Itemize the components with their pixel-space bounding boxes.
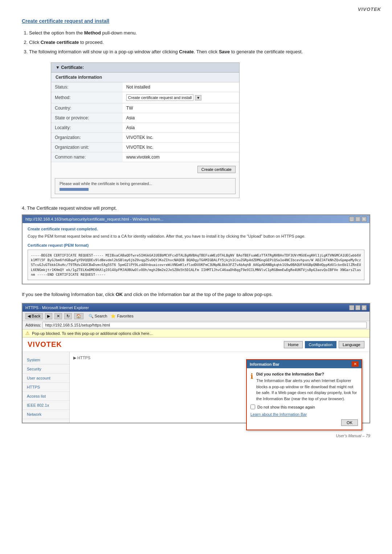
info-popup-body: ℹ Did you notice the Information Bar? Th… bbox=[247, 368, 362, 430]
sidebar-item-network[interactable]: Network bbox=[23, 410, 69, 419]
close-button[interactable]: ✕ bbox=[362, 217, 367, 222]
info-popup-description: The Information Bar alerts you when Inte… bbox=[256, 378, 358, 402]
vivotek-sidebar: System Security User account HTTPS Acces… bbox=[23, 352, 70, 423]
vivotek-page: VIVOTEK Home Configuration Language Syst… bbox=[23, 337, 369, 423]
popup-blocked-bar[interactable]: ⚠ Pop-up blocked. To see this pop-up or … bbox=[23, 329, 369, 337]
cert-field-value: Not installed bbox=[123, 82, 239, 92]
logo-otek: OTEK bbox=[40, 340, 62, 348]
step-1: Select the option from the Method pull-d… bbox=[29, 29, 370, 37]
cert-field-label: Organization unit: bbox=[51, 143, 123, 152]
progress-bar bbox=[60, 188, 89, 191]
info-popup-title: Information Bar bbox=[250, 362, 279, 366]
cert-field-label: Locality: bbox=[51, 123, 123, 133]
address-label: Address: bbox=[25, 323, 41, 327]
warning-icon: ⚠ bbox=[25, 331, 30, 336]
browser-window: HTTPS - Microsoft Internet Explorer _ □ … bbox=[22, 303, 370, 423]
info-popup-footer: OK bbox=[250, 419, 358, 426]
vivotek-main: ▶ HTTPS Information Bar ✕ ℹ Did you noti… bbox=[70, 352, 369, 423]
cert-req-titlebar: http://192.168.4.163/setup/security/cert… bbox=[23, 215, 369, 223]
cert-field-value: VIVOTEK Inc. bbox=[123, 143, 239, 152]
info-popup-titlebar: Information Bar ✕ bbox=[247, 360, 362, 368]
create-certificate-button[interactable]: Create certificate bbox=[197, 166, 236, 173]
vivotek-nav: Home Configuration Language bbox=[284, 341, 364, 348]
nav-language-button[interactable]: Language bbox=[339, 341, 364, 348]
info-popup-question: Did you notice the Information Bar? bbox=[256, 372, 358, 376]
cert-field-label: State or province: bbox=[51, 113, 123, 123]
refresh-button[interactable]: ↻ bbox=[64, 313, 72, 319]
browser-maximize-button[interactable]: □ bbox=[355, 305, 360, 310]
cert-field-value: www.vivotek.com bbox=[123, 152, 239, 162]
browser-title: HTTPS - Microsoft Internet Explorer bbox=[25, 305, 89, 310]
browser-minimize-button[interactable]: _ bbox=[349, 305, 354, 310]
maximize-button[interactable]: □ bbox=[355, 217, 360, 222]
forward-button[interactable]: ▶ bbox=[45, 313, 52, 319]
popup-blocked-text: Pop-up blocked. To see this pop-up or ad… bbox=[32, 331, 152, 336]
section-title: Create certificate request and install bbox=[22, 18, 370, 24]
certificate-request-window: http://192.168.4.163/setup/security/cert… bbox=[22, 214, 370, 284]
sidebar-item-ieee802[interactable]: IEEE 802.1x bbox=[23, 401, 69, 410]
pem-section-title: Certificate request (PEM format) bbox=[28, 243, 364, 247]
cert-field-value[interactable]: Create certificate request and install▼ bbox=[123, 92, 239, 103]
minimize-button[interactable]: _ bbox=[349, 217, 354, 222]
search-label: 🔍 Search bbox=[89, 314, 107, 319]
sidebar-item-system[interactable]: System bbox=[23, 356, 69, 365]
browser-titlebar: HTTPS - Microsoft Internet Explorer _ □ … bbox=[23, 304, 369, 312]
nav-configuration-button[interactable]: Configuration bbox=[305, 341, 336, 348]
step-3: The following information will show up i… bbox=[29, 48, 370, 56]
dropdown-arrow-icon[interactable]: ▼ bbox=[195, 95, 201, 100]
cert-form-inner-header: Certificate information bbox=[51, 73, 239, 82]
step-4-label: 4. The Certificate request window will p… bbox=[22, 205, 370, 211]
browser-close-button[interactable]: ✕ bbox=[362, 305, 367, 310]
cert-field-value: Asia bbox=[123, 113, 239, 123]
home-button[interactable]: 🏠 bbox=[74, 313, 83, 319]
sidebar-item-security[interactable]: Security bbox=[23, 365, 69, 374]
vivotek-content: System Security User account HTTPS Acces… bbox=[23, 352, 369, 423]
info-popup-link[interactable]: Learn about the Information Bar bbox=[250, 412, 358, 416]
method-select-box[interactable]: Create certificate request and install bbox=[126, 94, 193, 101]
info-popup-icon: ℹ bbox=[250, 372, 253, 402]
certificate-form: ▼ Certificate: Certificate information S… bbox=[51, 62, 240, 198]
cert-req-title: http://192.168.4.163/setup/security/cert… bbox=[25, 217, 163, 221]
info-popup-close-button[interactable]: ✕ bbox=[352, 361, 359, 367]
brand-label: VIVOTEK bbox=[358, 7, 381, 12]
address-bar-row: Address: http://192.168.5.151/setup/http… bbox=[23, 321, 369, 329]
cert-field-label: Organization: bbox=[51, 133, 123, 143]
instructions: Select the option from the Method pull-d… bbox=[22, 29, 370, 56]
info-popup-content-row: ℹ Did you notice the Information Bar? Th… bbox=[250, 372, 358, 402]
stop-button[interactable]: ✕ bbox=[54, 313, 62, 319]
page-footer: User's Manual – 79 bbox=[336, 434, 370, 438]
pem-content: -----BEGIN CERTIFICATE REQUEST----- MIIB… bbox=[28, 250, 364, 280]
vivotek-header: VIVOTEK Home Configuration Language bbox=[23, 337, 369, 352]
nav-home-button[interactable]: Home bbox=[284, 341, 302, 348]
info-bar-description: If you see the following Information bar… bbox=[22, 291, 370, 299]
dont-show-label: Do not show this message again bbox=[257, 405, 315, 409]
sidebar-item-user-account[interactable]: User account bbox=[23, 374, 69, 383]
address-bar[interactable]: http://192.168.5.151/setup/https.html bbox=[42, 322, 367, 328]
step-2: Click Create certificate to proceed. bbox=[29, 38, 370, 46]
info-popup-ok-button[interactable]: OK bbox=[341, 419, 358, 426]
browser-toolbar: ◀ Back ▶ ✕ ↻ 🏠 🔍 Search ⭐ Favorites bbox=[23, 312, 369, 321]
cert-form-outer-header: ▼ Certificate: bbox=[51, 63, 239, 73]
back-button[interactable]: ◀ Back bbox=[25, 313, 43, 319]
cert-field-value: Asia bbox=[123, 123, 239, 133]
cert-field-label: Common name: bbox=[51, 152, 123, 162]
cert-field-label: Country: bbox=[51, 103, 123, 113]
sidebar-item-https[interactable]: HTTPS bbox=[23, 383, 69, 392]
cert-field-label: Status: bbox=[51, 82, 123, 92]
information-bar-popup: Information Bar ✕ ℹ Did you notice the I… bbox=[246, 359, 362, 430]
cert-field-label: Method: bbox=[51, 92, 123, 103]
generating-text: Please wait while the certificate is bei… bbox=[60, 181, 152, 186]
cert-req-section-title: Create certificate request completed. bbox=[28, 227, 364, 231]
cert-field-value: VIVOTEK Inc. bbox=[123, 133, 239, 143]
cert-req-description: Copy the PEM format request below and se… bbox=[28, 233, 364, 239]
vivotek-logo: VIVOTEK bbox=[28, 340, 62, 349]
favorites-label: ⭐ Favorites bbox=[111, 314, 133, 319]
cert-info-table: Status:Not installedMethod:Create certif… bbox=[51, 82, 239, 162]
generating-box: Please wait while the certificate is bei… bbox=[55, 178, 236, 194]
dont-show-checkbox[interactable] bbox=[250, 405, 255, 409]
sidebar-item-access-list[interactable]: Access list bbox=[23, 392, 69, 401]
info-popup-checkbox-row: Do not show this message again bbox=[250, 405, 358, 409]
cert-field-value: TW bbox=[123, 103, 239, 113]
logo-vivo: VIV bbox=[28, 340, 40, 348]
